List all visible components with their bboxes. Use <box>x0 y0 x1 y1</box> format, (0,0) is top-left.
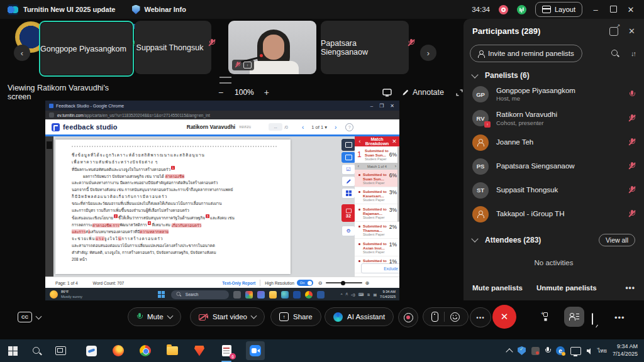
tray-folder-icon[interactable]: ▤ <box>373 292 377 297</box>
network-icon[interactable] <box>570 347 581 355</box>
start-button[interactable] <box>5 343 20 358</box>
windows-security-icon[interactable] <box>518 346 526 355</box>
rubric-grid-button[interactable] <box>341 188 355 199</box>
chevron-icon[interactable] <box>251 313 257 319</box>
layout-button[interactable]: Layout <box>535 2 582 17</box>
taskbar-app-icon[interactable] <box>245 291 253 299</box>
zoom-in-icon[interactable]: ⊕ <box>365 280 370 286</box>
annotate-button[interactable]: Annotate <box>402 88 444 97</box>
webinar-info-button[interactable]: Webinar Info <box>145 6 186 13</box>
start-button-icon[interactable] <box>158 291 165 298</box>
document-zoom-slider[interactable] <box>326 282 362 283</box>
match-source-row[interactable]: Submitted to Suan Sun... Student Paper 6… <box>355 170 399 187</box>
exclude-sources-button[interactable]: Exclude Sources <box>361 263 399 273</box>
help-icon[interactable]: ? <box>345 123 353 131</box>
match-marker-badge[interactable]: 1 <box>171 166 175 170</box>
similarity-layer-button[interactable] <box>341 152 355 163</box>
prev-match-button[interactable]: ‹ <box>355 164 362 168</box>
close-button[interactable]: ✕ <box>626 5 635 14</box>
search-icon[interactable] <box>611 50 619 58</box>
panelist-row[interactable]: PS ↑ Papatsara Siengsanaow <box>464 155 644 178</box>
panelist-row[interactable]: ↑ Takkapol - iGroup TH <box>464 202 644 226</box>
reactions-smiley-icon[interactable] <box>450 312 460 322</box>
mic-status-icon[interactable] <box>629 162 635 170</box>
chrome-close-button[interactable]: ✕ <box>390 103 394 109</box>
filmstrip-prev-button[interactable]: ‹ <box>14 45 30 61</box>
video-tile-papatsara[interactable]: Papatsara Siengsanaow <box>321 21 409 74</box>
search-button[interactable] <box>29 343 44 358</box>
share-button[interactable]: ↑ Share <box>270 307 321 326</box>
panel-close-icon[interactable]: ✕ <box>389 138 399 145</box>
participants-toggle-button[interactable] <box>564 307 584 327</box>
ai-writing-layer-button[interactable] <box>341 139 355 151</box>
scrollbar[interactable] <box>397 146 399 222</box>
text-only-report-link[interactable]: Text-Only Report <box>222 281 255 285</box>
word-document-icon[interactable]: 6 <box>219 343 234 358</box>
language-indicator[interactable]: ไทย <box>597 346 607 355</box>
settings-gear-button[interactable]: ⚙ <box>341 226 355 236</box>
taskbar-app-icon[interactable] <box>293 291 301 299</box>
view-options-icon[interactable] <box>382 89 392 97</box>
chevron-icon[interactable] <box>167 313 173 319</box>
start-video-button[interactable]: Start video <box>190 307 265 326</box>
similarity-highlight[interactable]: ค่าครองชีพ การ <box>92 223 119 228</box>
tray-icon[interactable]: 🖰 <box>346 292 348 297</box>
mute-panelists-button[interactable]: Mute panelists <box>472 284 523 292</box>
chat-icon[interactable] <box>592 313 593 325</box>
zoom-app-icon[interactable] <box>246 341 265 360</box>
similarity-highlight[interactable]: ค่าครองชีพ <box>165 174 185 178</box>
panelist-row[interactable]: ST ↑ Suppasit Thongsuk <box>464 178 644 202</box>
filmstrip-next-button[interactable]: › <box>420 45 436 61</box>
back-arrow-icon[interactable]: ‹ <box>355 138 365 145</box>
taskbar-app-icon[interactable] <box>84 343 99 358</box>
match-marker-badge[interactable]: 3 <box>206 214 209 218</box>
chrome-maximize-button[interactable]: ❐ <box>379 103 384 109</box>
quickmarks-pen-button[interactable] <box>341 176 355 187</box>
tray-chevron-icon[interactable]: ^ <box>341 293 343 297</box>
tray-mic-icon[interactable] <box>545 347 550 355</box>
page-thumbnail-sidebar[interactable] <box>45 136 53 277</box>
maximize-button[interactable] <box>609 5 618 14</box>
tray-e-icon[interactable]: e <box>556 346 565 355</box>
prev-page-button[interactable]: ‹ <box>302 124 304 131</box>
taskbar-app-icon[interactable] <box>233 291 241 299</box>
match-source-row[interactable]: Submitted to Kasetsart... Student Paper … <box>355 187 399 205</box>
tray-keyboard-icon[interactable]: ⌨ <box>358 292 364 297</box>
attendees-section-header[interactable]: Attendees (283) View all <box>464 226 644 249</box>
file-explorer-icon[interactable] <box>269 291 277 299</box>
mic-status-icon[interactable] <box>629 186 635 194</box>
invite-panelists-button[interactable]: Invite and remind panelists <box>470 45 582 62</box>
fullscreen-icon[interactable] <box>455 89 464 97</box>
filmstrip-drag-handle[interactable] <box>219 77 231 84</box>
task-view-button[interactable] <box>53 343 68 358</box>
panelist-row[interactable]: GP ↑ Gongpope Piyasangkom Host, me <box>464 82 644 106</box>
firefox-icon[interactable] <box>111 343 126 358</box>
zoom-out-icon[interactable]: ⊖ <box>318 280 323 286</box>
minimize-button[interactable]: – <box>591 5 600 14</box>
zoom-out-button[interactable]: − <box>218 87 223 97</box>
more-button[interactable]: ••• <box>470 307 491 327</box>
chrome-icon[interactable] <box>138 343 153 358</box>
top-match-row[interactable]: 1Submitted to Suan Sun...Student Paper6% <box>355 146 399 163</box>
mute-button[interactable]: Mute <box>128 307 181 326</box>
signal-indicator-icon[interactable] <box>517 5 526 14</box>
chrome-minimize-button[interactable]: – <box>370 103 373 109</box>
weather-widget[interactable]: 86°F Mostly sunny <box>61 290 82 299</box>
word-icon[interactable] <box>317 291 325 299</box>
similarity-score-button[interactable]: 32 <box>341 204 355 222</box>
mic-status-icon[interactable] <box>629 114 635 123</box>
more-options-icon[interactable]: ••• <box>625 283 635 292</box>
panel-close-icon[interactable]: ✕ <box>628 26 635 36</box>
similarity-highlight[interactable]: เกี่ยวกับครอบครัว <box>172 223 202 228</box>
sort-icon[interactable]: ↓↑ <box>631 50 635 57</box>
tray-speaker-icon[interactable]: ◁) <box>351 292 355 297</box>
edge-icon[interactable] <box>281 291 289 299</box>
record-button[interactable] <box>398 307 418 327</box>
match-marker-badge[interactable]: 2 <box>114 214 118 218</box>
brave-icon[interactable] <box>192 343 207 358</box>
file-explorer-icon[interactable] <box>165 343 180 358</box>
video-tile-gongpope[interactable]: Gongpope Piyasangkom <box>39 21 134 77</box>
zoom-in-button[interactable]: + <box>264 87 269 97</box>
ai-assistant-button[interactable]: AI Assistant <box>325 307 394 326</box>
match-source-row[interactable]: Submitted to Rajaman... Student Paper 3% <box>355 204 399 222</box>
